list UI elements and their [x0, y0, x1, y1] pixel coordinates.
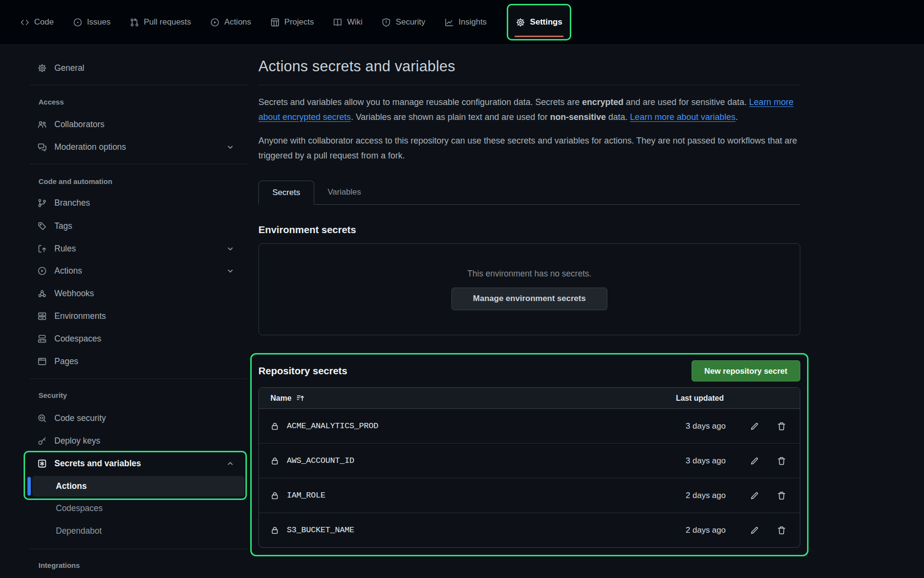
repository-secrets-table: Name Last updated ACME_ANALYTICS_PROD 3 … — [258, 387, 800, 548]
secret-name: S3_BUCKET_NAME — [287, 525, 354, 535]
edit-secret-pencil-icon[interactable] — [750, 491, 759, 500]
shield-icon — [382, 18, 391, 27]
tab-pull-requests[interactable]: Pull requests — [130, 17, 191, 27]
tab-label: Security — [396, 17, 425, 27]
sidebar-item-label: Webhooks — [54, 289, 94, 299]
sidebar-item-branches[interactable]: Branches — [30, 194, 247, 212]
edit-secret-pencil-icon[interactable] — [750, 456, 759, 466]
delete-secret-trash-icon[interactable] — [777, 421, 786, 431]
table-row: AWS_ACCOUNT_ID 3 days ago — [259, 443, 800, 478]
play-icon — [210, 18, 219, 27]
settings-sidebar: General Access Collaborators Moderation … — [30, 44, 247, 578]
codescan-icon — [38, 414, 47, 423]
sidebar-item-actions[interactable]: Actions — [30, 262, 247, 280]
tab-label: Issues — [87, 17, 111, 27]
description-text: . — [735, 112, 738, 122]
sidebar-divider — [30, 549, 247, 549]
sidebar-subitem-codespaces[interactable]: Codespaces — [30, 499, 247, 517]
sidebar-divider — [30, 164, 247, 164]
tab-settings[interactable]: Settings — [516, 17, 562, 27]
description-text: and are used for sensitive data. — [623, 97, 749, 107]
delete-secret-trash-icon[interactable] — [777, 491, 786, 500]
tab-projects[interactable]: Projects — [270, 17, 314, 27]
table-header-row: Name Last updated — [259, 388, 800, 409]
sidebar-item-label: Codespaces — [56, 503, 103, 513]
delete-secret-trash-icon[interactable] — [777, 525, 786, 535]
play-icon — [38, 266, 47, 276]
secret-name: AWS_ACCOUNT_ID — [287, 456, 354, 465]
tab-actions[interactable]: Actions — [210, 17, 251, 27]
sidebar-item-deploy-keys[interactable]: Deploy keys — [30, 432, 247, 450]
tab-label: Actions — [224, 17, 251, 27]
sidebar-item-label: Actions — [56, 481, 87, 491]
code-icon — [20, 18, 29, 27]
table-row: IAM_ROLE 2 days ago — [259, 478, 800, 512]
secret-last-updated: 3 days ago — [686, 456, 726, 466]
repository-secrets-header: Repository secrets New repository secret — [258, 359, 800, 387]
issue-opened-icon — [73, 18, 82, 27]
annotation-repository-secrets-highlight: Repository secrets New repository secret… — [250, 353, 808, 556]
sidebar-item-webhooks[interactable]: Webhooks — [30, 284, 247, 302]
environment-empty-message: This environment has no secrets. — [467, 269, 591, 279]
key-icon — [38, 436, 47, 446]
delete-secret-trash-icon[interactable] — [777, 456, 786, 466]
sidebar-item-secrets-and-variables[interactable]: Secrets and variables — [30, 454, 247, 473]
tab-insights[interactable]: Insights — [445, 17, 487, 27]
new-repository-secret-button[interactable]: New repository secret — [692, 360, 800, 381]
repository-secrets-title: Repository secrets — [258, 365, 347, 377]
tab-variables[interactable]: Variables — [314, 181, 375, 204]
book-icon — [333, 18, 342, 27]
sidebar-item-label: Actions — [54, 266, 82, 276]
title-divider — [258, 85, 800, 85]
sidebar-item-label: Secrets and variables — [54, 459, 141, 469]
sort-ascending-icon[interactable] — [296, 394, 305, 402]
table-row: S3_BUCKET_NAME 2 days ago — [259, 512, 800, 547]
table-row: ACME_ANALYTICS_PROD 3 days ago — [259, 409, 800, 443]
sidebar-section-access: Access — [30, 92, 247, 111]
main-content: Actions secrets and variables Secrets an… — [258, 44, 800, 556]
git-branch-icon — [38, 198, 47, 208]
chevron-up-icon — [226, 460, 234, 468]
sidebar-item-pages[interactable]: Pages — [30, 352, 247, 370]
sidebar-item-general[interactable]: General — [30, 59, 247, 77]
settings-active-underline — [514, 36, 564, 37]
description-text: Secrets and variables allow you to manag… — [258, 97, 582, 107]
sidebar-item-label: Tags — [54, 221, 72, 231]
edit-secret-pencil-icon[interactable] — [750, 525, 759, 535]
table-icon — [270, 18, 280, 27]
tab-secrets[interactable]: Secrets — [258, 181, 314, 205]
sidebar-subitem-actions[interactable]: Actions — [32, 476, 244, 497]
column-header-name: Name — [270, 394, 292, 403]
sidebar-section-security: Security — [30, 386, 247, 404]
lock-icon — [270, 457, 279, 465]
sidebar-item-label: Codespaces — [54, 334, 101, 344]
edit-secret-pencil-icon[interactable] — [750, 421, 759, 431]
tab-issues[interactable]: Issues — [73, 17, 111, 27]
secret-last-updated: 3 days ago — [686, 421, 726, 431]
manage-environment-secrets-button[interactable]: Manage environment secrets — [451, 288, 607, 310]
sidebar-item-moderation-options[interactable]: Moderation options — [30, 138, 247, 156]
sidebar-item-collaborators[interactable]: Collaborators — [30, 115, 247, 133]
lock-icon — [270, 526, 279, 535]
comment-discussion-icon — [38, 143, 47, 152]
sidebar-item-codespaces[interactable]: Codespaces — [30, 329, 247, 348]
tab-label: Code — [34, 17, 54, 27]
sidebar-item-label: Rules — [54, 244, 76, 254]
tab-label: Pull requests — [144, 17, 191, 27]
sidebar-item-label: Moderation options — [54, 142, 126, 152]
tab-wiki[interactable]: Wiki — [333, 17, 362, 27]
chevron-down-icon — [226, 143, 234, 151]
tab-code[interactable]: Code — [20, 17, 54, 27]
sidebar-item-rules[interactable]: Rules — [30, 239, 247, 258]
tab-security[interactable]: Security — [382, 17, 425, 27]
tag-icon — [38, 222, 47, 231]
chevron-down-icon — [226, 267, 234, 275]
sidebar-subitem-dependabot[interactable]: Dependabot — [30, 522, 247, 540]
sidebar-item-label: General — [54, 63, 84, 73]
sidebar-item-environments[interactable]: Environments — [30, 307, 247, 325]
sidebar-item-code-security[interactable]: Code security — [30, 409, 247, 427]
tab-label: Insights — [459, 17, 487, 27]
sidebar-divider — [30, 379, 247, 379]
sidebar-item-tags[interactable]: Tags — [30, 217, 247, 235]
learn-more-variables-link[interactable]: Learn more about variables — [630, 112, 735, 122]
